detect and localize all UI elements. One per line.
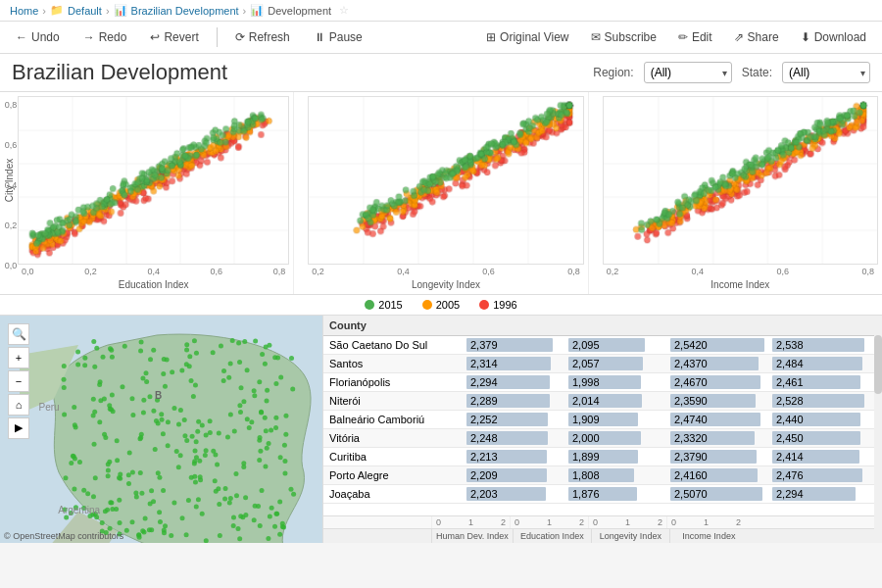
col-edu <box>568 316 670 336</box>
cell-lon: 2,5070 <box>670 484 772 503</box>
breadcrumb-project[interactable]: Brazilian Development <box>131 5 239 17</box>
state-select[interactable]: (All) <box>782 62 870 83</box>
map-search-button[interactable]: 🔍 <box>8 323 29 345</box>
breadcrumb-icon-chart2: 📊 <box>250 4 264 17</box>
map-panel[interactable]: 🔍 + − ⌂ ▶ © OpenStreetMap contributors P… <box>0 316 323 543</box>
revert-icon: ↩ <box>150 30 160 44</box>
cell-hdi: 2,248 <box>466 428 568 447</box>
legend-dot-1996 <box>479 300 489 310</box>
bottom-row: 🔍 + − ⌂ ▶ © OpenStreetMap contributors P… <box>0 316 882 543</box>
share-button[interactable]: ⇗ Share <box>728 28 785 46</box>
cell-edu: 1,876 <box>568 484 670 503</box>
edit-button[interactable]: ✏ Edit <box>672 28 718 46</box>
cell-hdi: 2,209 <box>466 466 568 484</box>
map-forward-button[interactable]: ▶ <box>8 417 29 439</box>
axis-ticks-row: 012 012 012 012 <box>323 515 874 528</box>
refresh-button[interactable]: ⟳ Refresh <box>229 28 296 46</box>
cell-county: Vitória <box>323 428 466 447</box>
legend-1996: 1996 <box>479 299 516 311</box>
chart-income: 0,20,40,60,8 Income Index <box>589 92 882 294</box>
legend-dot-2015 <box>365 300 374 310</box>
cell-edu: 1,899 <box>568 447 670 466</box>
breadcrumb: Home › 📁 Default › 📊 Brazilian Developme… <box>0 0 882 22</box>
subscribe-button[interactable]: ✉ Subscribe <box>585 28 662 46</box>
cell-hdi: 2,203 <box>466 484 568 503</box>
cell-lon: 2,4160 <box>670 466 772 484</box>
breadcrumb-page: Development <box>268 5 331 17</box>
cell-lon: 2,3320 <box>670 428 772 447</box>
undo-icon: ← <box>16 30 27 44</box>
cell-lon: 2,3590 <box>670 391 772 410</box>
cell-county: Curitiba <box>323 447 466 466</box>
cell-inc: 2,476 <box>772 466 874 484</box>
pause-icon: ⏸ <box>314 30 325 44</box>
map-zoom-out-button[interactable]: − <box>8 370 29 392</box>
table-row: Joaçaba 2,203 1,876 2,5070 2,294 <box>323 484 874 503</box>
header-row: Brazilian Development Region: (All) Stat… <box>0 54 882 92</box>
breadcrumb-sep2: › <box>106 5 110 17</box>
table-row: São Caetano Do Sul 2,379 2,095 2,5420 2,… <box>323 335 874 354</box>
share-icon: ⇗ <box>734 30 744 44</box>
cell-county: São Caetano Do Sul <box>323 335 466 354</box>
download-button[interactable]: ⬇ Download <box>795 28 872 46</box>
breadcrumb-sep3: › <box>243 5 247 17</box>
cell-county: Balneário Camboriú <box>323 410 466 428</box>
cell-hdi: 2,314 <box>466 354 568 372</box>
cell-county: Santos <box>323 354 466 372</box>
cell-inc: 2,461 <box>772 372 874 391</box>
legend-row: 2015 2005 1996 <box>0 295 882 316</box>
revert-button[interactable]: ↩ Revert <box>144 28 204 46</box>
subscribe-icon: ✉ <box>591 30 601 44</box>
redo-icon: → <box>83 30 95 44</box>
col-inc <box>772 316 874 336</box>
toolbar: ← Undo → Redo ↩ Revert ⟳ Refresh ⏸ Pause… <box>0 22 882 54</box>
table-wrapper[interactable]: County São Caetano Do Sul 2,379 <box>323 316 874 515</box>
chart-longevity: 0,20,40,60,8 Longevity Index <box>294 92 588 294</box>
cell-inc: 2,528 <box>772 391 874 410</box>
cell-county: Florianópolis <box>323 372 466 391</box>
region-select-wrapper: (All) <box>644 62 732 83</box>
legend-2015: 2015 <box>365 299 402 311</box>
map-zoom-in-button[interactable]: + <box>8 347 29 368</box>
cell-inc: 2,538 <box>772 335 874 354</box>
cell-lon: 2,5420 <box>670 335 772 354</box>
region-select[interactable]: (All) <box>644 62 732 83</box>
map-home-button[interactable]: ⌂ <box>8 394 29 416</box>
cell-inc: 2,414 <box>772 447 874 466</box>
charts-area: 0,8 0,6 0,4 0,2 0,0 City Index 0,00,20,4… <box>0 92 882 543</box>
redo-button[interactable]: → Redo <box>77 28 133 46</box>
breadcrumb-star[interactable]: ☆ <box>339 4 349 17</box>
table-row: Florianópolis 2,294 1,998 2,4670 2,461 <box>323 372 874 391</box>
table-panel: County São Caetano Do Sul 2,379 <box>323 316 882 543</box>
state-select-wrapper: (All) <box>782 62 870 83</box>
cell-lon: 2,3790 <box>670 447 772 466</box>
table-row: Vitória 2,248 2,000 2,3320 2,450 <box>323 428 874 447</box>
col-lon <box>670 316 772 336</box>
table-scrollbar[interactable] <box>874 316 882 543</box>
column-labels-row: Human Dev. Index Education Index Longevi… <box>323 528 874 543</box>
x-axis-label-longevity: Longevity Index <box>308 279 583 290</box>
original-view-button[interactable]: ⊞ Original View <box>480 28 574 46</box>
toolbar-divider1 <box>217 27 218 47</box>
breadcrumb-home[interactable]: Home <box>10 5 38 17</box>
edit-icon: ✏ <box>678 30 688 44</box>
pause-button[interactable]: ⏸ Pause <box>308 28 368 46</box>
cell-lon: 2,4670 <box>670 372 772 391</box>
cell-edu: 1,909 <box>568 410 670 428</box>
cell-hdi: 2,252 <box>466 410 568 428</box>
state-label: State: <box>742 66 772 79</box>
map-label-argentina: Argentina <box>58 505 100 515</box>
undo-button[interactable]: ← Undo <box>10 28 66 46</box>
map-copyright: © OpenStreetMap contributors <box>4 531 123 541</box>
col-hdi <box>466 316 568 336</box>
data-table: County São Caetano Do Sul 2,379 <box>323 316 874 504</box>
table-scrollbar-thumb[interactable] <box>874 335 882 394</box>
table-row: Santos 2,314 2,057 2,4370 2,484 <box>323 354 874 372</box>
breadcrumb-default[interactable]: Default <box>68 5 102 17</box>
breadcrumb-icon-folder: 📁 <box>50 4 64 17</box>
cell-county: Niterói <box>323 391 466 410</box>
toolbar-right: ⊞ Original View ✉ Subscribe ✏ Edit ⇗ Sha… <box>480 28 872 46</box>
cell-lon: 2,4740 <box>670 410 772 428</box>
y-axis-label-city: City Index <box>4 159 15 202</box>
table-row: Niterói 2,289 2,014 2,3590 2,528 <box>323 391 874 410</box>
